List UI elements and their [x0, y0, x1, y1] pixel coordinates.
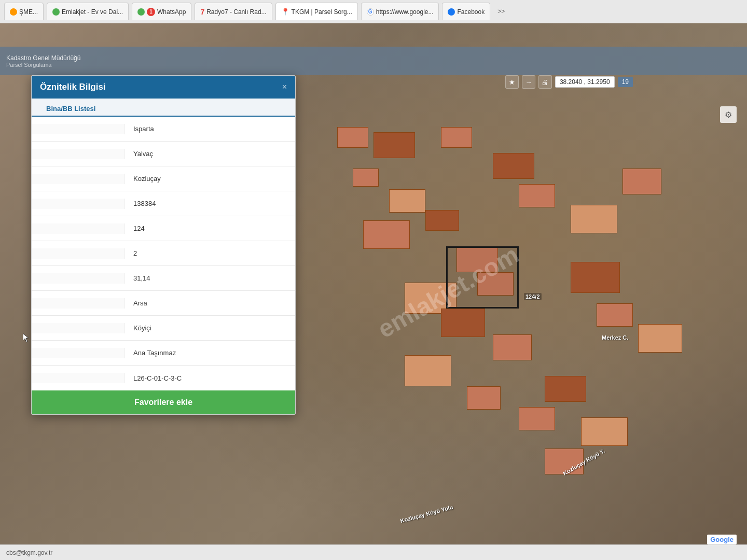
map-area[interactable]: emlakjet.com 124/2 Merkez C. Kozluçay Kö…	[0, 23, 747, 560]
building-12	[405, 355, 451, 386]
building-15	[519, 407, 555, 430]
tab-icon-facebook	[448, 8, 455, 16]
building-22	[493, 153, 534, 179]
panel-row-value: 2	[125, 244, 295, 262]
zoom-level: 19	[618, 77, 633, 87]
arrow-icon[interactable]: →	[522, 75, 535, 89]
panel-row: Yalvaç	[32, 142, 295, 166]
panel-row: Köyiçi	[32, 316, 295, 341]
panel-row-label	[32, 124, 125, 134]
browser-tab-bar: ŞME... Emlakjet - Ev ve Dai... 1 WhatsAp…	[0, 0, 747, 23]
building-16	[581, 417, 628, 446]
building-20	[638, 324, 682, 353]
tab-icon-emlakjet	[52, 8, 60, 16]
panel-row-value: L26-C-01-C-3-C	[125, 369, 295, 387]
tab-label-facebook: Facebook	[457, 8, 485, 16]
panel-row-value: Ana Taşınmaz	[125, 344, 295, 362]
print-icon[interactable]: 🖨	[538, 75, 552, 89]
panel-close-button[interactable]: ×	[282, 82, 287, 92]
panel-tab-bina-list[interactable]: Bina/BB Listesi	[40, 102, 102, 117]
map-label-parcel-num: 124/2	[524, 293, 542, 300]
tab-badge-whatsapp: 1	[147, 8, 155, 16]
app-title-line1: Kadastro Genel Müdürlüğü	[6, 54, 80, 62]
tab-label-emlakjet: Emlakjet - Ev ve Dai...	[62, 8, 123, 16]
panel-row-label	[32, 223, 125, 234]
building-11	[493, 334, 532, 360]
building-19	[597, 303, 633, 327]
panel-row-label	[32, 199, 125, 209]
map-label-merkez: Merkez C.	[602, 334, 628, 341]
footer: cbs@tkgm.gov.tr	[0, 544, 747, 560]
panel-row-value: Isparta	[125, 120, 295, 138]
panel-tab-bar: Bina/BB Listesi	[32, 99, 295, 117]
coordinate-bar: ★ → 🖨 38.2040 , 31.2950 19	[505, 75, 633, 89]
tab-tkgm[interactable]: 📍 TKGM | Parsel Sorg...	[275, 3, 358, 20]
building-21	[441, 127, 472, 148]
panel-row-value: 138384	[125, 194, 295, 213]
footer-email: cbs@tkgm.gov.tr	[6, 549, 52, 556]
favorites-button-label: Favorilere ekle	[134, 398, 192, 407]
panel-row-value: 124	[125, 219, 295, 237]
tab-label-whatsapp: WhatsApp	[157, 8, 186, 16]
panel-row: 2	[32, 241, 295, 266]
panel-row-value: Köyiçi	[125, 319, 295, 337]
tab-label-tkgm: TKGM | Parsel Sorg...	[292, 8, 352, 16]
panel-row-value: Yalvaç	[125, 145, 295, 163]
tab-emlakjet[interactable]: Emlakjet - Ev ve Dai...	[47, 3, 129, 20]
app-title-line2: Parsel Sorgulama	[6, 62, 80, 68]
tabs-more-button[interactable]: >>	[493, 6, 509, 17]
tab-icon-google: G	[367, 8, 374, 16]
panel-row-label	[32, 248, 125, 259]
panel-row-label	[32, 149, 125, 159]
building-10	[441, 309, 485, 337]
tab-label-sme: ŞME...	[19, 8, 38, 16]
panel-row-label	[32, 298, 125, 309]
panel-row-value: Kozluçay	[125, 170, 295, 188]
app-toolbar: Kadastro Genel Müdürlüğü Parsel Sorgulam…	[0, 47, 747, 75]
map-label-kozlucay2: Kozluçay Köyü Yolu	[399, 504, 453, 524]
tab-google[interactable]: G https://www.google...	[361, 3, 439, 20]
building-18	[571, 262, 620, 293]
panel-row: Arsa	[32, 291, 295, 316]
tab-icon-sme	[10, 8, 17, 16]
panel-row-label	[32, 273, 125, 284]
building-6	[425, 210, 459, 231]
tab-badge-radyo7: 7	[200, 8, 204, 16]
panel-footer-button[interactable]: Favorilere ekle	[32, 390, 295, 414]
panel-row: Kozluçay	[32, 166, 295, 191]
panel-header: Öznitelik Bilgisi ×	[32, 76, 295, 99]
building-25	[622, 169, 661, 194]
panel-row: Ana Taşınmaz	[32, 341, 295, 366]
panel-row: Isparta	[32, 117, 295, 142]
tab-icon-tkgm: 📍	[281, 8, 289, 16]
google-logo: Google	[707, 535, 737, 544]
app-title: Kadastro Genel Müdürlüğü Parsel Sorgulam…	[6, 54, 80, 68]
building-3	[353, 169, 379, 187]
building-13	[467, 386, 501, 410]
tab-facebook[interactable]: Facebook	[442, 3, 490, 20]
tab-label-google: https://www.google...	[376, 8, 434, 16]
tab-radyo7[interactable]: 7 Radyo7 - Canlı Rad...	[195, 3, 272, 20]
tab-sme[interactable]: ŞME...	[4, 3, 44, 20]
settings-icon[interactable]: ⚙	[720, 106, 737, 123]
panel-row: L26-C-01-C-3-C	[32, 366, 295, 390]
building-14	[545, 376, 586, 402]
building-23	[519, 184, 555, 207]
panel-row: 31,14	[32, 266, 295, 291]
tab-whatsapp[interactable]: 1 WhatsApp	[132, 3, 191, 20]
panel-row-value: 31,14	[125, 269, 295, 287]
star-icon[interactable]: ★	[505, 75, 519, 89]
panel-row-value: Arsa	[125, 294, 295, 312]
building-5	[363, 220, 410, 249]
panel-body: IspartaYalvaçKozluçay138384124231,14Arsa…	[32, 117, 295, 390]
panel-title: Öznitelik Bilgisi	[40, 82, 106, 92]
panel-row: 138384	[32, 191, 295, 216]
tab-icon-whatsapp	[137, 8, 145, 16]
tab-label-radyo7: Radyo7 - Canlı Rad...	[206, 8, 266, 16]
coordinates-display: 38.2040 , 31.2950	[555, 76, 615, 88]
panel-row-label	[32, 323, 125, 333]
selected-parcel	[446, 246, 519, 309]
building-4	[389, 189, 425, 213]
panel-row-label	[32, 174, 125, 184]
building-24	[571, 205, 617, 233]
